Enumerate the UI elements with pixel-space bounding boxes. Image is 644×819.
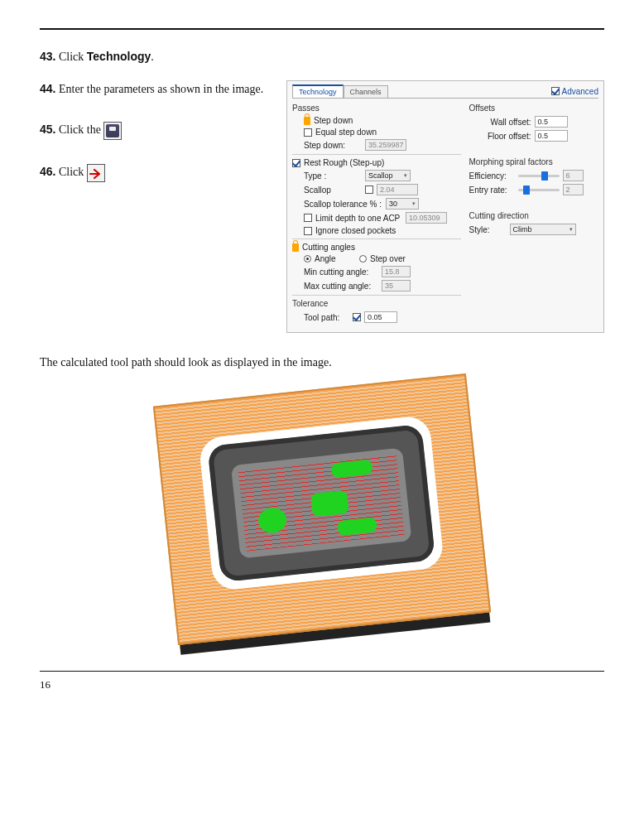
entry-rate-slider[interactable] [518, 189, 560, 191]
step-43-post: . [151, 51, 154, 63]
morphing-title: Morphing spiral factors [469, 157, 599, 166]
efficiency-slider[interactable] [518, 175, 560, 177]
step-over-radio[interactable] [359, 255, 367, 263]
advanced-checkbox[interactable]: Advanced [551, 87, 598, 96]
scallop-label: Scallop [304, 185, 362, 195]
wall-offset-label: Wall offset: [469, 118, 531, 127]
result-caption: The calculated tool path should look as … [40, 356, 604, 369]
scallop-tol-label: Scallop tolerance % : [304, 200, 382, 209]
check-icon [304, 227, 312, 235]
rest-rough-title: Rest Rough (Step-up) [304, 158, 384, 167]
step-down-field-label: Step down: [304, 141, 362, 150]
type-select[interactable]: Scallop▾ [365, 170, 411, 181]
step-down-input[interactable]: 35.259987 [365, 139, 406, 151]
check-icon [304, 128, 312, 137]
tab-technology[interactable]: Technology [292, 84, 344, 98]
lock-icon [304, 117, 310, 125]
step-43: 43. Click Technology. [40, 48, 604, 65]
cutting-angles-title: Cutting angles [302, 243, 355, 252]
chevron-down-icon: ▾ [412, 200, 416, 207]
angle-radio[interactable] [304, 255, 311, 263]
advanced-label: Advanced [562, 87, 598, 96]
floor-offset-label: Floor offset: [469, 132, 531, 141]
entry-rate-label: Entry rate: [469, 185, 515, 195]
passes-group-title: Passes [292, 104, 461, 113]
entry-rate-value: 2 [563, 184, 584, 195]
tool-path-input[interactable]: 0.05 [364, 311, 397, 323]
step-43-bold: Technology [87, 50, 151, 63]
angle-label: Angle [315, 254, 356, 263]
floor-offset-input[interactable]: 0.5 [535, 130, 568, 142]
offsets-title: Offsets [469, 104, 599, 113]
scallop-input[interactable]: 2.04 [377, 184, 418, 195]
check-icon [292, 159, 300, 167]
step-45: 45. Click the [40, 121, 272, 140]
step-45-text: Click the [59, 123, 103, 136]
step-45-num: 45. [40, 123, 55, 136]
scallop-tol-select[interactable]: 30▾ [386, 198, 419, 210]
technology-dialog: Technology Channels Advanced Passes Step… [286, 80, 604, 333]
tool-path-label: Tool path: [304, 313, 349, 322]
wall-offset-input[interactable]: 0.5 [535, 116, 568, 128]
tolerance-title: Tolerance [292, 299, 461, 308]
lock-icon [292, 243, 299, 252]
tool-path-checkbox[interactable] [353, 313, 361, 321]
min-cutting-input[interactable]: 15.8 [382, 266, 411, 277]
tab-channels[interactable]: Channels [344, 85, 388, 98]
step-43-pre: Click [59, 51, 87, 63]
style-select[interactable]: Climb▾ [510, 224, 576, 235]
bottom-divider [40, 671, 604, 672]
max-cutting-label: Max cutting angle: [304, 282, 378, 291]
chevron-down-icon: ▾ [570, 226, 573, 233]
efficiency-label: Efficiency: [469, 171, 515, 181]
toolpath-illustration [144, 364, 500, 654]
min-cutting-label: Min cutting angle: [304, 267, 378, 277]
step-46: 46. Click [40, 163, 272, 182]
rest-rough-checkbox[interactable]: Rest Rough (Step-up) [292, 158, 461, 167]
step-46-text: Click [59, 166, 87, 178]
cutting-direction-title: Cutting direction [469, 211, 599, 220]
step-44: 44. Enter the parameters as shown in the… [40, 80, 272, 98]
step-46-num: 46. [40, 165, 55, 178]
step-over-label: Step over [370, 254, 406, 263]
equal-step-down-checkbox[interactable]: Equal step down [304, 128, 461, 137]
limit-acp-label: Limit depth to one ACP [315, 214, 402, 223]
style-label: Style: [469, 225, 507, 234]
chevron-down-icon: ▾ [404, 172, 407, 179]
ignore-pockets-label: Ignore closed pockets [315, 226, 396, 235]
limit-acp-checkbox[interactable]: Limit depth to one ACP 10.05309 [304, 212, 461, 224]
ignore-pockets-checkbox[interactable]: Ignore closed pockets [304, 226, 461, 235]
check-icon [551, 87, 560, 95]
top-divider [40, 28, 604, 30]
step-down-label: Step down [314, 116, 353, 125]
step-43-num: 43. [40, 50, 55, 63]
save-calculate-icon [103, 122, 122, 140]
step-down-checkbox[interactable]: Step down [304, 116, 461, 125]
check-icon [304, 214, 312, 222]
page-number: 16 [40, 678, 604, 691]
type-label: Type : [304, 171, 362, 181]
efficiency-value: 6 [563, 170, 584, 181]
limit-acp-input: 10.05309 [406, 212, 447, 224]
max-cutting-input[interactable]: 35 [382, 280, 411, 291]
scallop-lock-checkbox[interactable] [365, 185, 373, 194]
step-44-num: 44. [40, 82, 55, 95]
equal-step-down-label: Equal step down [315, 128, 377, 137]
step-44-text: Enter the parameters as shown in the ima… [59, 83, 263, 95]
run-arrow-icon [87, 164, 105, 182]
